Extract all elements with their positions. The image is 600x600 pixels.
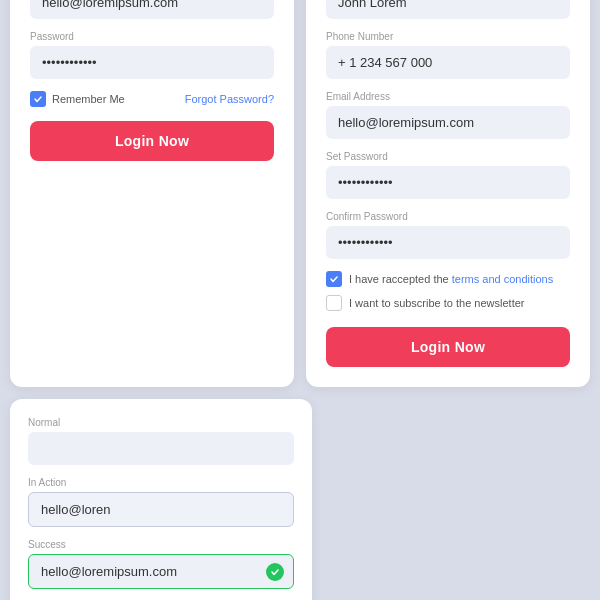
inaction-field-group: In Action — [28, 477, 294, 527]
main-container: Log In Sign Up Email Address Password — [10, 0, 590, 600]
signup-card: Log In Sign Up Full Name Phone Number Em… — [306, 0, 590, 387]
login-now-button[interactable]: Login Now — [30, 121, 274, 161]
newsletter-checkbox[interactable] — [326, 295, 342, 311]
terms-link[interactable]: terms and conditions — [452, 273, 554, 285]
confirm-password-input[interactable] — [326, 226, 570, 259]
terms-label: I have raccepted the terms and condition… — [349, 273, 553, 285]
set-password-label: Set Password — [326, 151, 570, 162]
set-password-input[interactable] — [326, 166, 570, 199]
phone-input[interactable] — [326, 46, 570, 79]
password-input[interactable] — [30, 46, 274, 79]
remember-label: Remember Me — [52, 93, 125, 105]
newsletter-row: I want to subscribe to the newsletter — [326, 295, 570, 311]
login-card: Log In Sign Up Email Address Password — [10, 0, 294, 387]
success-field-group: Success — [28, 539, 294, 589]
signup-email-input[interactable] — [326, 106, 570, 139]
terms-checkbox[interactable] — [326, 271, 342, 287]
remember-checkbox[interactable] — [30, 91, 46, 107]
success-input[interactable] — [28, 554, 294, 589]
signup-login-now-button[interactable]: Login Now — [326, 327, 570, 367]
inaction-label: In Action — [28, 477, 294, 488]
signup-email-field-group: Email Address — [326, 91, 570, 139]
confirm-password-label: Confirm Password — [326, 211, 570, 222]
normal-label: Normal — [28, 417, 294, 428]
normal-input[interactable] — [28, 432, 294, 465]
success-input-wrapper — [28, 554, 294, 589]
success-checkmark-icon — [266, 563, 284, 581]
inaction-input[interactable] — [28, 492, 294, 527]
success-icon-wrapper — [266, 563, 284, 581]
password-field-group: Password — [30, 31, 274, 79]
phone-label: Phone Number — [326, 31, 570, 42]
terms-row: I have raccepted the terms and condition… — [326, 271, 570, 287]
remember-left: Remember Me — [30, 91, 125, 107]
newsletter-label: I want to subscribe to the newsletter — [349, 297, 524, 309]
fullname-field-group: Full Name — [326, 0, 570, 19]
set-password-field-group: Set Password — [326, 151, 570, 199]
remember-row: Remember Me Forgot Password? — [30, 91, 274, 107]
top-row: Log In Sign Up Email Address Password — [10, 0, 590, 387]
fullname-input[interactable] — [326, 0, 570, 19]
bottom-spacer — [324, 399, 590, 600]
normal-field-group: Normal — [28, 417, 294, 465]
password-label: Password — [30, 31, 274, 42]
email-input[interactable] — [30, 0, 274, 19]
confirm-password-field-group: Confirm Password — [326, 211, 570, 259]
email-field-group: Email Address — [30, 0, 274, 19]
signup-email-label: Email Address — [326, 91, 570, 102]
success-label: Success — [28, 539, 294, 550]
bottom-row: Normal In Action Success — [10, 399, 590, 600]
forgot-password-link[interactable]: Forgot Password? — [185, 93, 274, 105]
states-card: Normal In Action Success — [10, 399, 312, 600]
phone-field-group: Phone Number — [326, 31, 570, 79]
